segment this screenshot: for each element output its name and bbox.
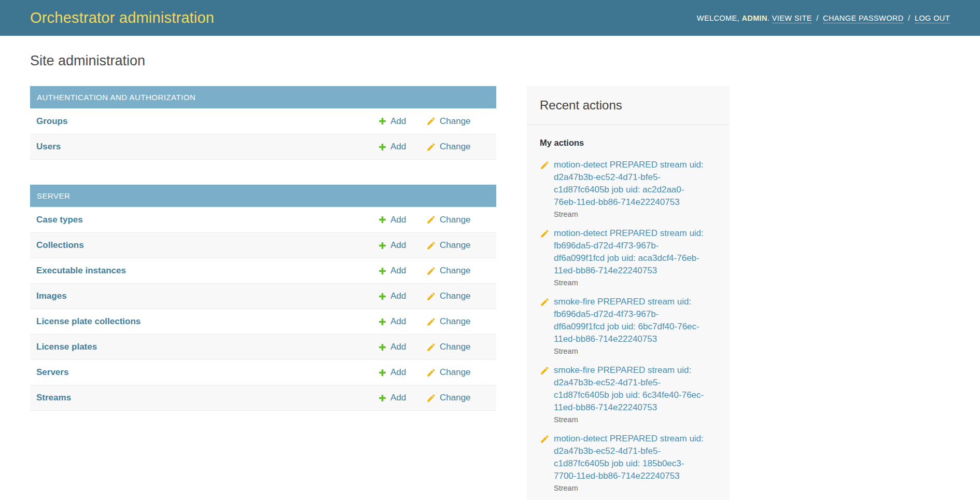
model-link[interactable]: License plate collections [36,316,378,327]
add-link[interactable]: Add [378,342,426,352]
model-row: Images Add Change [30,283,496,309]
pencil-icon [540,160,550,170]
model-link[interactable]: Case types [36,215,378,225]
add-link[interactable]: Add [378,266,426,276]
model-link[interactable]: Groups [36,116,378,127]
recent-action-type: Stream [554,279,717,287]
change-link[interactable]: Change [426,266,484,276]
plus-icon [378,117,387,126]
recent-action-type: Stream [554,415,717,424]
plus-icon [378,267,387,275]
recent-actions-title: Recent actions [540,98,717,113]
recent-action-link[interactable]: motion-detect PREPARED stream uid: fb696… [554,227,706,277]
plus-icon [378,143,387,151]
add-link[interactable]: Add [378,142,426,152]
welcome-period: . [767,14,769,22]
plus-icon [378,368,387,377]
separator: / [816,14,818,22]
change-link[interactable]: Change [426,291,484,301]
recent-action-item: motion-detect PREPARED stream uid: fb696… [540,227,717,287]
recent-action-link[interactable]: motion-detect PREPARED stream uid: d2a47… [554,159,706,209]
add-link[interactable]: Add [378,116,426,127]
change-link[interactable]: Change [426,316,484,327]
site-branding-title[interactable]: Orchestrator administration [30,9,214,26]
add-link[interactable]: Add [378,367,426,378]
model-link[interactable]: Users [36,142,378,152]
change-password-link[interactable]: CHANGE PASSWORD [823,14,904,23]
recent-action-item: smoke-fire PREPARED stream uid: fb696da5… [540,296,717,355]
pencil-icon [426,241,436,251]
pencil-icon [540,229,550,239]
change-link[interactable]: Change [426,342,484,352]
module-caption[interactable]: AUTHENTICATION AND AUTHORIZATION [30,86,496,108]
pencil-icon [426,116,436,126]
recent-actions-panel: Recent actions My actions motion-detect … [527,86,730,500]
model-row: License plates Add Change [30,334,496,359]
module-list: AUTHENTICATION AND AUTHORIZATION Groups … [30,86,496,411]
add-link[interactable]: Add [378,316,426,327]
separator: / [908,14,910,22]
recent-action-type: Stream [554,347,717,355]
recent-action-item: smoke-fire PREPARED stream uid: d2a47b3b… [540,364,717,424]
recent-action-item: motion-detect PREPARED stream uid: d2a47… [540,433,717,492]
plus-icon [378,215,387,224]
model-link[interactable]: Collections [36,240,378,251]
pencil-icon [426,317,436,327]
view-site-link[interactable]: VIEW SITE [772,14,812,23]
app-module: AUTHENTICATION AND AUTHORIZATION Groups … [30,86,496,160]
pencil-icon [540,434,550,444]
change-link[interactable]: Change [426,215,484,225]
plus-icon [378,343,387,352]
log-out-link[interactable]: LOG OUT [915,14,950,23]
model-link[interactable]: Streams [36,393,378,403]
add-link[interactable]: Add [378,215,426,225]
plus-icon [378,292,387,301]
add-link[interactable]: Add [378,393,426,403]
change-link[interactable]: Change [426,393,484,403]
pencil-icon [426,266,436,276]
pencil-icon [540,297,550,307]
model-row: Servers Add Change [30,359,496,385]
model-link[interactable]: Images [36,291,378,301]
add-link[interactable]: Add [378,291,426,301]
plus-icon [378,317,387,326]
pencil-icon [426,215,436,225]
recent-actions-header: Recent actions [527,86,730,125]
add-link[interactable]: Add [378,240,426,251]
user-tools: WELCOME, ADMIN. VIEW SITE / CHANGE PASSW… [697,14,950,22]
plus-icon [378,394,387,402]
recent-actions-body: My actions motion-detect PREPARED stream… [527,125,730,500]
recent-action-link[interactable]: smoke-fire PREPARED stream uid: fb696da5… [554,296,706,345]
welcome-text: WELCOME, [697,14,739,22]
recent-action-link[interactable]: motion-detect PREPARED stream uid: d2a47… [554,433,706,482]
username: ADMIN [741,14,767,22]
plus-icon [378,241,387,250]
pencil-icon [540,366,550,376]
module-caption[interactable]: SERVER [30,185,496,207]
page-title: Site administration [30,53,950,69]
recent-action-link[interactable]: smoke-fire PREPARED stream uid: d2a47b3b… [554,364,706,414]
model-row: Groups Add Change [30,108,496,134]
admin-header: Orchestrator administration WELCOME, ADM… [0,0,980,36]
model-row: Users Add Change [30,134,496,159]
change-link[interactable]: Change [426,240,484,251]
change-link[interactable]: Change [426,116,484,127]
model-link[interactable]: License plates [36,342,378,352]
recent-action-item: motion-detect PREPARED stream uid: d2a47… [540,159,717,218]
model-link[interactable]: Servers [36,367,378,378]
recent-action-type: Stream [554,484,717,492]
action-list: motion-detect PREPARED stream uid: d2a47… [540,159,717,492]
change-link[interactable]: Change [426,142,484,152]
pencil-icon [426,291,436,301]
app-module: SERVER Case types Add Change Collections… [30,185,496,411]
model-row: License plate collections Add Change [30,309,496,334]
model-link[interactable]: Executable instances [36,266,378,276]
change-link[interactable]: Change [426,367,484,378]
my-actions-heading: My actions [540,138,717,148]
model-row: Streams Add Change [30,385,496,410]
pencil-icon [426,142,436,152]
recent-action-type: Stream [554,210,717,218]
pencil-icon [426,342,436,352]
pencil-icon [426,393,436,403]
main-content: Site administration AUTHENTICATION AND A… [0,53,980,411]
